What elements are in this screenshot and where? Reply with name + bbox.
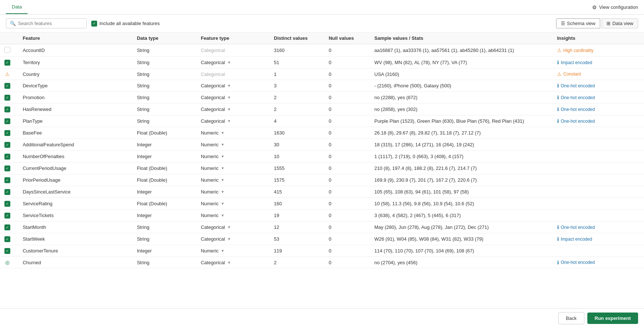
feature-type-value: Numeric xyxy=(201,154,219,159)
row-checkbox-green[interactable]: ✓ xyxy=(4,107,10,112)
cell-checkbox[interactable]: ✓ xyxy=(0,233,18,245)
cell-featuretype[interactable]: Numeric ▼ xyxy=(197,127,270,139)
cell-featuretype[interactable]: Categorical ▼ xyxy=(197,115,270,127)
cell-featuretype[interactable]: Numeric ▼ xyxy=(197,186,270,198)
cell-checkbox[interactable]: ◎ xyxy=(0,257,18,268)
cell-checkbox[interactable]: ✓ xyxy=(0,115,18,127)
cell-checkbox[interactable]: ✓ xyxy=(0,151,18,163)
row-checkbox-green[interactable]: ✓ xyxy=(4,83,10,89)
cell-sample: 26.18 (8), 29.67 (8), 29.82 (7), 31.18 (… xyxy=(370,127,552,139)
table-row: ✓ ServiceRating Float (Double) Numeric ▼… xyxy=(0,198,644,210)
cell-checkbox[interactable]: ✓ xyxy=(0,80,18,92)
cell-featuretype[interactable]: Categorical ▼ xyxy=(197,57,270,69)
cell-featuretype[interactable]: Numeric ▼ xyxy=(197,210,270,221)
row-checkbox-green[interactable]: ✓ xyxy=(4,213,10,219)
cell-checkbox[interactable] xyxy=(0,44,18,57)
cell-checkbox[interactable]: ✓ xyxy=(0,57,18,69)
dropdown-arrow[interactable]: ▼ xyxy=(221,249,224,253)
cell-distinct: 415 xyxy=(269,186,324,198)
search-box[interactable]: 🔍 xyxy=(6,18,87,28)
cell-featuretype[interactable]: Categorical ▼ xyxy=(197,233,270,245)
cell-checkbox[interactable]: ✓ xyxy=(0,221,18,233)
schema-view-button[interactable]: ☰ Schema view xyxy=(556,18,600,28)
cell-checkbox[interactable]: ✓ xyxy=(0,210,18,221)
run-experiment-button[interactable]: Run experiment xyxy=(587,313,638,324)
dropdown-arrow[interactable]: ▼ xyxy=(221,190,224,194)
cell-checkbox[interactable]: ✓ xyxy=(0,186,18,198)
row-checkbox-green[interactable]: ✓ xyxy=(4,189,10,195)
include-all-checkbox[interactable]: ✓ xyxy=(91,21,97,27)
row-checkbox-green[interactable]: ✓ xyxy=(4,224,10,230)
nav-tabs: Data xyxy=(6,0,28,14)
cell-datatype: Integer xyxy=(132,210,197,221)
row-checkbox-green[interactable]: ✓ xyxy=(4,60,10,66)
table-row: ✓ Territory String Categorical ▼ 51 0 WV… xyxy=(0,57,644,69)
back-button[interactable]: Back xyxy=(558,312,584,324)
cell-featuretype[interactable]: Numeric ▼ xyxy=(197,151,270,163)
row-checkbox-green[interactable]: ✓ xyxy=(4,201,10,207)
table-row: ✓ Promotion String Categorical ▼ 2 0 no … xyxy=(0,92,644,104)
cell-checkbox[interactable]: ✓ xyxy=(0,92,18,104)
dropdown-arrow[interactable]: ▼ xyxy=(221,154,224,158)
dropdown-arrow[interactable]: ▼ xyxy=(227,119,231,123)
cell-sample: 105 (65), 108 (63), 94 (61), 101 (58), 9… xyxy=(370,186,552,198)
dropdown-arrow[interactable]: ▼ xyxy=(227,84,231,88)
row-checkbox-green[interactable]: ✓ xyxy=(4,154,10,160)
cell-featuretype[interactable]: Numeric ▼ xyxy=(197,245,270,257)
view-config-button[interactable]: ⚙ View configuration xyxy=(592,4,638,10)
table-header-row: Feature Data type Feature type Distinct … xyxy=(0,32,644,44)
cell-feature: CustomerTenure xyxy=(18,245,132,257)
dropdown-arrow[interactable]: ▼ xyxy=(227,60,231,64)
cell-checkbox[interactable]: ✓ xyxy=(0,139,18,151)
cell-featuretype[interactable]: Categorical ▼ xyxy=(197,92,270,104)
dropdown-arrow[interactable]: ▼ xyxy=(221,131,224,135)
row-checkbox-green[interactable]: ✓ xyxy=(4,248,10,254)
dropdown-arrow[interactable]: ▼ xyxy=(221,178,224,182)
cell-insights: ℹ One-hot encoded xyxy=(553,257,644,268)
cell-datatype: String xyxy=(132,233,197,245)
row-checkbox-green[interactable]: ✓ xyxy=(4,177,10,183)
cell-checkbox[interactable]: ⚠ xyxy=(0,69,18,80)
cell-null: 0 xyxy=(324,174,370,186)
cell-featuretype[interactable]: Categorical ▼ xyxy=(197,104,270,115)
row-checkbox-green[interactable]: ✓ xyxy=(4,165,10,171)
cell-checkbox[interactable]: ✓ xyxy=(0,127,18,139)
dropdown-arrow[interactable]: ▼ xyxy=(221,213,224,217)
cell-featuretype[interactable]: Numeric ▼ xyxy=(197,174,270,186)
cell-feature: PlanType xyxy=(18,115,132,127)
cell-checkbox[interactable]: ✓ xyxy=(0,245,18,257)
cell-featuretype[interactable]: Categorical xyxy=(197,44,270,57)
cell-featuretype[interactable]: Numeric ▼ xyxy=(197,163,270,174)
col-header-distinct: Distinct values xyxy=(269,32,324,44)
cell-null: 0 xyxy=(324,210,370,221)
dropdown-arrow[interactable]: ▼ xyxy=(221,166,224,170)
cell-null: 0 xyxy=(324,245,370,257)
row-checkbox-green[interactable]: ✓ xyxy=(4,95,10,101)
row-checkbox-green[interactable]: ✓ xyxy=(4,236,10,242)
cell-featuretype[interactable]: Categorical ▼ xyxy=(197,257,270,268)
data-view-button[interactable]: ⊞ Data view xyxy=(602,18,638,28)
table-row: ✓ BaseFee Float (Double) Numeric ▼ 1630 … xyxy=(0,127,644,139)
row-checkbox-green[interactable]: ✓ xyxy=(4,118,10,124)
cell-checkbox[interactable]: ✓ xyxy=(0,104,18,115)
cell-featuretype[interactable]: Numeric ▼ xyxy=(197,198,270,210)
cell-featuretype[interactable]: Categorical ▼ xyxy=(197,80,270,92)
row-checkbox-green[interactable]: ✓ xyxy=(4,130,10,136)
cell-featuretype[interactable]: Categorical ▼ xyxy=(197,221,270,233)
dropdown-arrow[interactable]: ▼ xyxy=(227,107,231,111)
cell-checkbox[interactable]: ✓ xyxy=(0,174,18,186)
dropdown-arrow[interactable]: ▼ xyxy=(221,202,224,206)
row-checkbox-green[interactable]: ✓ xyxy=(4,142,10,148)
cell-checkbox[interactable]: ✓ xyxy=(0,163,18,174)
tab-data[interactable]: Data xyxy=(6,0,28,14)
row-checkbox-empty[interactable] xyxy=(4,47,10,53)
dropdown-arrow[interactable]: ▼ xyxy=(227,237,231,241)
cell-checkbox[interactable]: ✓ xyxy=(0,198,18,210)
dropdown-arrow[interactable]: ▼ xyxy=(227,95,231,100)
cell-featuretype[interactable]: Categorical xyxy=(197,69,270,80)
dropdown-arrow[interactable]: ▼ xyxy=(227,261,231,265)
dropdown-arrow[interactable]: ▼ xyxy=(221,143,224,147)
dropdown-arrow[interactable]: ▼ xyxy=(227,225,231,229)
cell-featuretype[interactable]: Numeric ▼ xyxy=(197,139,270,151)
search-input[interactable] xyxy=(18,21,83,26)
